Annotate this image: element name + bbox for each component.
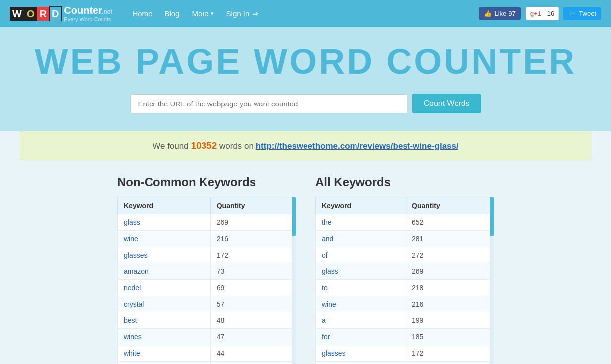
keyword-cell: to [316, 280, 406, 296]
table-row: wines47 [118, 329, 296, 345]
result-url-link[interactable]: http://thesweethome.com/reviews/best-win… [256, 141, 458, 151]
quantity-cell: 269 [406, 263, 494, 280]
nav-signin[interactable]: Sign In ⇒ [226, 9, 259, 18]
logo-tagline: Every Word Counts [64, 16, 112, 22]
quantity-cell: 73 [210, 263, 295, 280]
table-row: glasses172 [316, 345, 494, 362]
keyword-cell: glass [316, 263, 406, 280]
url-input[interactable] [130, 94, 407, 113]
keyword-cell: allpurpose [118, 362, 211, 364]
table-row: riedel69 [118, 280, 296, 296]
quantity-cell: 69 [210, 280, 295, 296]
nav-home[interactable]: Home [132, 9, 152, 18]
table-row: the652 [316, 214, 494, 231]
quantity-cell: 150 [406, 362, 494, 364]
keyword-cell: amazon [118, 263, 211, 280]
logo-letter-w: W [10, 7, 24, 21]
keyword-cell: and [316, 231, 406, 247]
col-keyword-header: Keyword [316, 197, 406, 214]
quantity-cell: 218 [406, 280, 494, 296]
keyword-cell: glass [118, 214, 211, 231]
logo-counter-text: Counter.net [64, 5, 112, 16]
chevron-down-icon: ▾ [211, 10, 214, 17]
all-keywords-title: All Keywords [315, 175, 494, 189]
quantity-cell: 57 [210, 296, 295, 312]
keyword-cell: glasses [118, 247, 211, 263]
col-quantity-header: Quantity [210, 197, 295, 214]
keyword-cell: a [316, 312, 406, 329]
tweet-label: Tweet [579, 10, 596, 17]
quantity-cell: 216 [210, 231, 295, 247]
non-common-title: Non-Common Keywords [117, 175, 296, 189]
tweet-button[interactable]: 🐦 Tweet [563, 7, 601, 20]
quantity-cell: 269 [210, 214, 295, 231]
quantity-cell: 47 [210, 329, 295, 345]
facebook-like-button[interactable]: 👍 Like 97 [479, 7, 520, 20]
keyword-cell: glasses [316, 345, 406, 362]
nav-links: Home Blog More ▾ Sign In ⇒ [132, 9, 258, 18]
nav-more-dropdown[interactable]: More ▾ [192, 9, 213, 18]
logo-letter-r: R [37, 7, 49, 21]
hero-section: WEB PAGE WORD COUNTER Count Words [0, 27, 611, 131]
scrollbar-thumb[interactable] [292, 197, 296, 236]
keyword-cell: of [316, 247, 406, 263]
googleplus-button[interactable]: g+1 16 [526, 7, 559, 20]
non-common-tbody: glass269wine216glasses172amazon73riedel6… [118, 214, 296, 364]
table-row: best48 [118, 312, 296, 329]
keyword-cell: wine [316, 296, 406, 312]
quantity-cell: 48 [210, 312, 295, 329]
main-content: Non-Common Keywords Keyword Quantity gla… [0, 160, 611, 364]
signin-icon: ⇒ [252, 9, 258, 18]
table-row: and281 [316, 231, 494, 247]
quantity-cell: 172 [210, 247, 295, 263]
gplus-label: g+1 [530, 10, 541, 17]
fb-like-count: 97 [509, 10, 515, 17]
quantity-cell: 199 [406, 312, 494, 329]
all-keywords-table: Keyword Quantity the652and281of272glass2… [315, 197, 494, 364]
page-title: WEB PAGE WORD COUNTER [10, 42, 601, 81]
table-row: glasses172 [118, 247, 296, 263]
quantity-cell: 44 [210, 345, 295, 362]
word-count: 10352 [191, 140, 217, 151]
logo-letter-o: O [24, 7, 37, 21]
quantity-cell: 272 [406, 247, 494, 263]
keyword-cell: for [316, 329, 406, 345]
table-header-row: Keyword Quantity [118, 197, 296, 214]
nav-more-label: More [192, 9, 208, 18]
table-row: glass269 [316, 263, 494, 280]
table-row: crystal57 [118, 296, 296, 312]
nav-blog[interactable]: Blog [164, 9, 179, 18]
table-row: allpurpose43 [118, 362, 296, 364]
col-keyword-header: Keyword [118, 197, 211, 214]
table-row: for185 [316, 329, 494, 345]
table-header-row: Keyword Quantity [316, 197, 494, 214]
keyword-cell: crystal [118, 296, 211, 312]
keyword-cell: white [118, 345, 211, 362]
scrollbar-track[interactable] [292, 197, 296, 364]
table-row: wine216 [316, 296, 494, 312]
keyword-cell: the [316, 214, 406, 231]
quantity-cell: 43 [210, 362, 295, 364]
scrollbar-thumb[interactable] [490, 197, 494, 236]
non-common-keywords-section: Non-Common Keywords Keyword Quantity gla… [117, 175, 296, 364]
gplus-count: 16 [544, 10, 554, 17]
navbar: W O R D Counter.net Every Word Counts Ho… [0, 0, 611, 27]
quantity-cell: 172 [406, 345, 494, 362]
fb-like-label: Like [494, 10, 506, 17]
keyword-cell: best [118, 312, 211, 329]
nav-signin-label: Sign In [226, 9, 250, 18]
count-words-button[interactable]: Count Words [412, 94, 480, 113]
facebook-icon: 👍 [484, 10, 492, 17]
scrollbar-track[interactable] [490, 197, 494, 364]
twitter-icon: 🐦 [568, 10, 576, 17]
url-form: Count Words [10, 94, 601, 113]
keyword-cell: our [316, 362, 406, 364]
non-common-table-wrapper: Keyword Quantity glass269wine216glasses1… [117, 197, 296, 364]
non-common-table: Keyword Quantity glass269wine216glasses1… [117, 197, 296, 364]
table-row: wine216 [118, 231, 296, 247]
logo[interactable]: W O R D Counter.net Every Word Counts [10, 5, 112, 22]
table-row: amazon73 [118, 263, 296, 280]
result-middle: words on [217, 141, 255, 151]
all-keywords-section: All Keywords Keyword Quantity the652and2… [315, 175, 494, 364]
all-keywords-table-wrapper: Keyword Quantity the652and281of272glass2… [315, 197, 494, 364]
